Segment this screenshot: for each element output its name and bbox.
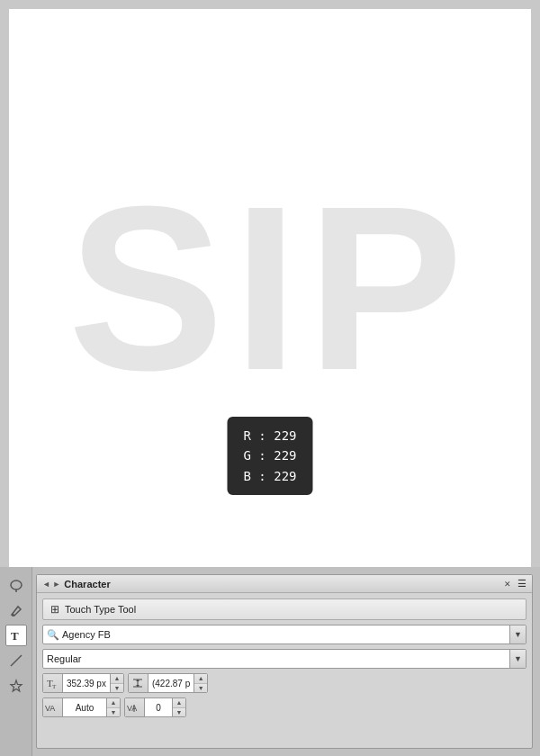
panel-title-right: ✕ ☰ — [501, 578, 526, 590]
svg-marker-5 — [11, 680, 22, 691]
kerning-value: 0 — [145, 703, 172, 713]
tracking-kerning-row: VA Auto ▲ ▼ VA — [42, 698, 526, 717]
lasso-tool-icon[interactable] — [5, 574, 27, 596]
tracking-value: Auto — [63, 703, 106, 713]
tracking-down[interactable]: ▼ — [107, 708, 120, 718]
line-tool-icon[interactable] — [5, 650, 27, 671]
svg-point-2 — [12, 614, 14, 616]
color-g: G : 229 — [243, 446, 296, 465]
line-height-up[interactable]: ▲ — [194, 673, 207, 684]
font-size-up[interactable]: ▲ — [111, 673, 123, 684]
font-family-arrow[interactable]: ▼ — [509, 626, 526, 644]
panel-title-text: Character — [64, 579, 110, 590]
toolbar-strip: T — [0, 567, 32, 756]
kerning-icon: VA — [125, 698, 145, 717]
color-r: R : 229 — [243, 426, 296, 446]
character-panel: ◄ ► Character ✕ ☰ ⊞ Touch Type Tool 🔍 Ag… — [36, 574, 533, 749]
font-family-dropdown[interactable]: 🔍 Agency FB ▼ — [42, 625, 526, 644]
font-family-value: Agency FB — [62, 629, 507, 640]
line-height-value: (422.87 p — [148, 679, 194, 688]
font-size-spinner-btns[interactable]: ▲ ▼ — [110, 673, 123, 693]
search-icon: 🔍 — [47, 629, 59, 641]
touch-type-label: Touch Type Tool — [65, 604, 136, 615]
line-height-icon — [129, 673, 148, 693]
panel-close-btn[interactable]: ✕ — [501, 579, 514, 590]
font-style-value: Regular — [47, 653, 509, 664]
star-tool-icon[interactable] — [5, 675, 27, 697]
kerning-up[interactable]: ▲ — [173, 698, 185, 708]
kerning-spinner-btns[interactable]: ▲ ▼ — [172, 698, 185, 717]
svg-text:VA: VA — [127, 704, 137, 713]
tracking-spinner[interactable]: VA Auto ▲ ▼ — [42, 698, 121, 717]
tracking-up[interactable]: ▲ — [107, 698, 120, 708]
svg-text:T: T — [52, 683, 57, 689]
panel-scroll-arrows[interactable]: ◄ ► — [42, 580, 60, 589]
color-tooltip: R : 229 G : 229 B : 229 — [227, 417, 312, 495]
panel-title-left: ◄ ► Character — [42, 579, 111, 590]
font-size-value: 352.39 px — [63, 679, 110, 688]
touch-type-icon: ⊞ — [50, 603, 59, 616]
panel-menu-icon[interactable]: ☰ — [518, 578, 526, 590]
color-b: B : 229 — [243, 466, 296, 486]
kerning-spinner[interactable]: VA 0 ▲ ▼ — [124, 698, 186, 717]
tracking-icon: VA — [43, 698, 63, 717]
line-height-down[interactable]: ▼ — [194, 684, 207, 694]
svg-line-4 — [11, 655, 22, 666]
font-style-arrow[interactable]: ▼ — [509, 650, 526, 668]
line-height-spinner[interactable]: (422.87 p ▲ ▼ — [128, 673, 208, 693]
font-size-spinner[interactable]: T T 352.39 px ▲ ▼ — [42, 673, 124, 693]
font-size-down[interactable]: ▼ — [111, 684, 123, 694]
line-height-spinner-btns[interactable]: ▲ ▼ — [194, 673, 207, 693]
touch-type-tool-button[interactable]: ⊞ Touch Type Tool — [42, 598, 526, 620]
panel-titlebar: ◄ ► Character ✕ ☰ — [37, 575, 532, 593]
bottom-panel: T ◄ ► Character ✕ ☰ — [0, 567, 540, 756]
tracking-spinner-btns[interactable]: ▲ ▼ — [106, 698, 120, 717]
panel-body: ⊞ Touch Type Tool 🔍 Agency FB ▼ Regular … — [37, 593, 532, 723]
canvas-text: SIP — [68, 171, 472, 405]
kerning-down[interactable]: ▼ — [173, 708, 185, 718]
svg-text:VA: VA — [45, 704, 55, 713]
type-tool-icon[interactable]: T — [5, 625, 27, 646]
svg-point-0 — [11, 580, 22, 590]
brush-tool-icon[interactable] — [5, 599, 27, 621]
font-size-icon: T T — [43, 673, 63, 693]
svg-text:T: T — [11, 629, 19, 643]
canvas: SIP R : 229 G : 229 B : 229 — [9, 9, 531, 567]
size-leading-row: T T 352.39 px ▲ ▼ — [42, 673, 526, 693]
font-style-dropdown[interactable]: Regular ▼ — [42, 649, 526, 669]
